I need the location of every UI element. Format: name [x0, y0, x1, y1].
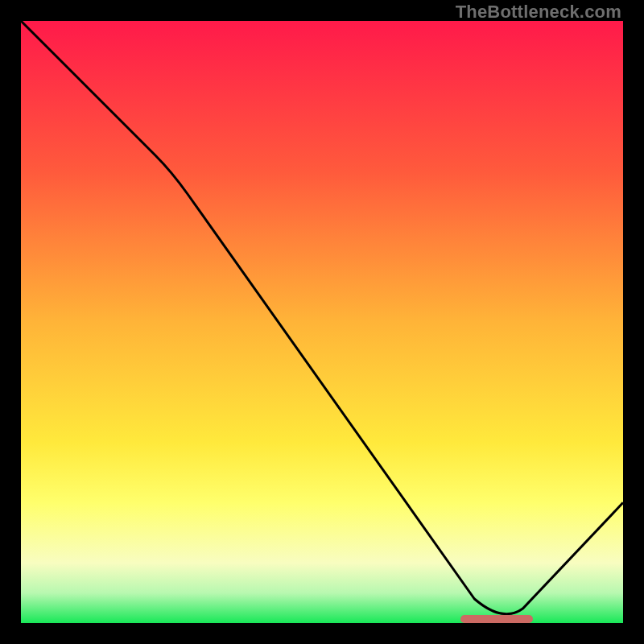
bottleneck-curve [21, 21, 623, 623]
chart-frame: TheBottleneck.com [0, 0, 644, 644]
plot-area [21, 21, 623, 623]
optimal-range-marker [460, 615, 533, 623]
watermark-text: TheBottleneck.com [456, 2, 621, 23]
